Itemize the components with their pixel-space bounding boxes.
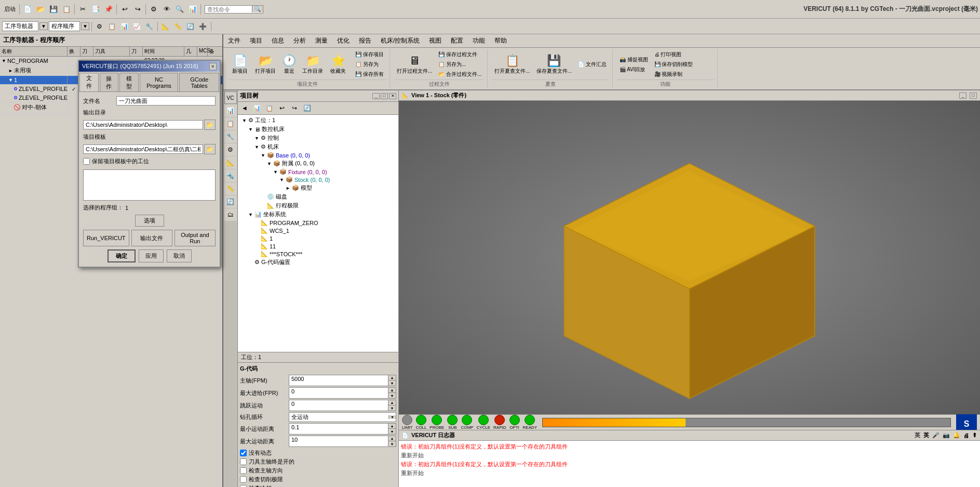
- tb2-btn1[interactable]: ⚙: [94, 21, 105, 32]
- tree-btn-2[interactable]: 📋: [264, 103, 275, 113]
- tree-item[interactable]: ▼ ⚙ 机床: [239, 142, 397, 151]
- filename-input[interactable]: [116, 96, 216, 106]
- btn-save-process[interactable]: 💾 保存过程文件: [436, 50, 484, 59]
- side-icon-vc[interactable]: VC: [224, 91, 237, 104]
- tb-view[interactable]: 👁: [160, 3, 173, 16]
- dialog-tab-model[interactable]: 模型: [119, 73, 139, 91]
- tb-zoom[interactable]: 🔍: [173, 3, 186, 16]
- tree-item[interactable]: 💿 磁盘: [239, 192, 397, 201]
- tree-item[interactable]: 📐 ***STOCK***: [239, 250, 397, 258]
- tree-item[interactable]: ► 📦 模型: [239, 183, 397, 192]
- tb-copy[interactable]: 📑: [89, 3, 102, 16]
- cancel-btn[interactable]: 取消: [167, 249, 192, 262]
- side-icon-7[interactable]: 📏: [224, 182, 237, 195]
- cb-no-dynamic[interactable]: [240, 450, 247, 456]
- tb-settings[interactable]: ⚙: [147, 3, 160, 16]
- prop-dn-minmove[interactable]: ▼: [388, 429, 396, 434]
- side-icon-1[interactable]: 📊: [224, 104, 237, 117]
- tree-item[interactable]: ▼ 📦 Fixture (0, 0, 0): [239, 168, 397, 176]
- prop-up-maxmove[interactable]: ▲: [388, 436, 396, 441]
- tree-item[interactable]: ⚙ G-代码偏置: [239, 258, 397, 267]
- menu-analyze[interactable]: 分析: [289, 35, 311, 47]
- cb-spindle-on[interactable]: [240, 458, 247, 465]
- tree-item[interactable]: ▼ 📦 附属 (0, 0, 0): [239, 159, 397, 168]
- tb2-btn7[interactable]: 📏: [172, 21, 184, 32]
- prop-dropdown-drill[interactable]: ▼: [388, 415, 396, 419]
- view3d-canvas[interactable]: [399, 101, 980, 414]
- tb-paste[interactable]: 📌: [102, 3, 115, 16]
- status-sub[interactable]: SUB: [447, 415, 458, 430]
- tree-item[interactable]: 📐 WCS_1: [239, 227, 397, 234]
- tree-item[interactable]: ▼ ⚙ 工位：1: [239, 116, 397, 125]
- dialog-tab-nc[interactable]: NC Programs: [140, 73, 178, 91]
- btn-avi-playback[interactable]: 🎬 AVI回放: [617, 65, 651, 74]
- panel-close[interactable]: ✕: [389, 93, 396, 99]
- tb2-btn9[interactable]: ➕: [197, 21, 209, 32]
- dialog-tab-file[interactable]: 文件: [79, 73, 99, 91]
- view3d-minimize[interactable]: _: [959, 93, 966, 99]
- tree-back-btn[interactable]: ◄: [239, 103, 250, 113]
- tb-open[interactable]: 📂: [34, 3, 47, 16]
- output-file-btn[interactable]: 输出文件: [131, 230, 172, 246]
- tb2-btn4[interactable]: 📈: [131, 21, 143, 32]
- btn-video-record[interactable]: 🎥 视频录制: [652, 70, 696, 79]
- output-dir-browse[interactable]: 📁: [204, 120, 216, 130]
- menu-function[interactable]: 功能: [468, 35, 490, 47]
- status-comp[interactable]: COMP: [461, 415, 473, 430]
- btn-favorites[interactable]: ⭐ 收藏夹: [327, 52, 350, 77]
- dialog-tab-gcode[interactable]: GCode Tables: [179, 73, 219, 91]
- prop-dn-maxmove[interactable]: ▼: [388, 441, 396, 446]
- side-icon-4[interactable]: ⚙: [224, 143, 237, 156]
- menu-view[interactable]: 视图: [424, 35, 446, 47]
- btn-open-review[interactable]: 📋 打开夏查文件...: [492, 52, 532, 77]
- btn-file-summary[interactable]: 📄 文件汇总: [575, 60, 609, 69]
- menu-optimize[interactable]: 优化: [332, 35, 354, 47]
- menu-file[interactable]: 文件: [223, 35, 245, 47]
- status-limit[interactable]: LIMIT: [402, 415, 412, 430]
- dialog-tab-ops[interactable]: 操作: [100, 73, 119, 91]
- keep-workcell-cb[interactable]: [83, 158, 90, 165]
- status-cycle[interactable]: CYCLE: [476, 415, 490, 430]
- tb2-btn8[interactable]: 🔄: [185, 21, 196, 32]
- btn-saveas-project[interactable]: 📋 另存为: [353, 60, 386, 69]
- search-btn[interactable]: 🔍: [252, 6, 263, 12]
- btn-saveas-process[interactable]: 📋 另存为...: [436, 60, 484, 69]
- menu-measure[interactable]: 测量: [311, 35, 332, 47]
- tree-item[interactable]: ▼ 🖥 数控机床: [239, 125, 397, 134]
- tb-saveas[interactable]: 📋: [60, 3, 73, 16]
- tree-redo-btn[interactable]: ↪: [289, 103, 300, 113]
- side-icon-2[interactable]: 📋: [224, 117, 237, 130]
- btn-merge-process[interactable]: 📂 合并过程文件...: [436, 70, 484, 79]
- tb2-btn2[interactable]: 📋: [106, 21, 118, 32]
- cb-check-coolant[interactable]: [240, 485, 247, 487]
- panel-minimize[interactable]: _: [372, 93, 380, 99]
- btn-workdir[interactable]: 📁 工作目录: [300, 52, 326, 77]
- workcell-tab[interactable]: 工位：1: [238, 352, 398, 362]
- project-template-input[interactable]: [83, 144, 203, 154]
- prog-dropdown[interactable]: ▼: [81, 22, 89, 30]
- prop-dn-jump[interactable]: ▼: [388, 405, 396, 411]
- btn-new-project[interactable]: 📄 新项目: [229, 52, 251, 77]
- prop-up-jump[interactable]: ▲: [388, 400, 396, 405]
- tree-undo-btn[interactable]: ↩: [276, 103, 288, 113]
- menu-project[interactable]: 项目: [245, 35, 267, 47]
- tree-item[interactable]: ▼ ⚙ 控制: [239, 134, 397, 142]
- btn-open-process[interactable]: 🖥 打开过程文件...: [394, 52, 435, 77]
- tree-item[interactable]: ▼ 📦 Stock (0, 0, 0): [239, 176, 397, 183]
- tree-item[interactable]: 📐 PROGRAM_ZERO: [239, 219, 397, 227]
- tb-undo[interactable]: ↩: [118, 3, 131, 16]
- menu-info[interactable]: 信息: [267, 35, 289, 47]
- tree-item[interactable]: ▼ 📊 坐标系统: [239, 210, 397, 219]
- btn-saveall-project[interactable]: 💾 保存所有: [353, 70, 386, 79]
- side-icon-6[interactable]: 🔩: [224, 169, 237, 182]
- btn-capture-view[interactable]: 📸 捕捉视图: [617, 55, 651, 64]
- status-ready[interactable]: READY: [523, 415, 538, 430]
- panel-maximize[interactable]: □: [381, 93, 388, 99]
- status-coll[interactable]: COLL: [415, 415, 426, 430]
- btn-save-cut-model[interactable]: 💾 保存切削模型: [652, 60, 696, 69]
- status-opti[interactable]: OPTI: [509, 415, 520, 430]
- tb2-btn6[interactable]: 📐: [160, 21, 171, 32]
- btn-save-review[interactable]: 💾 保存夏查文件...: [534, 52, 574, 77]
- btn-recent[interactable]: 🕐 最近: [279, 52, 299, 77]
- tree-btn-1[interactable]: 📊: [251, 103, 263, 113]
